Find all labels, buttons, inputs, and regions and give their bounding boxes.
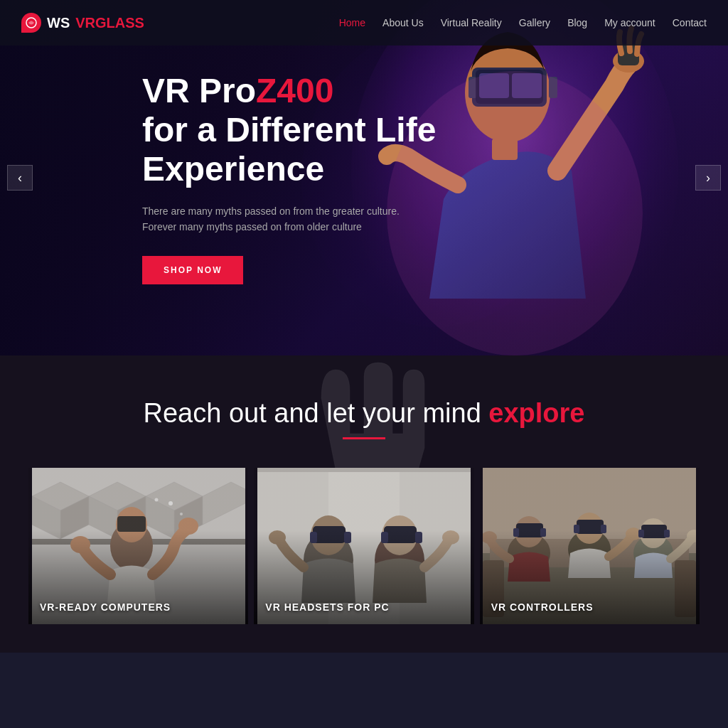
header: WS VRGLASS Home About Us Virtual Reality… <box>0 0 728 46</box>
hero-title-highlight: Z400 <box>256 72 333 109</box>
logo-icon <box>21 13 41 33</box>
nav-account[interactable]: My account <box>604 17 655 28</box>
hero-subtitle: There are many myths passed on from the … <box>142 203 412 235</box>
category-cards: VR-READY COMPUTERS <box>28 468 700 624</box>
card-2-label: VR HEADSETS FOR PC <box>265 601 389 613</box>
hero-section: VR ProZ400 for a Different Life Experien… <box>0 0 728 355</box>
logo-brand: VRGLASS <box>75 15 144 31</box>
hero-content: VR ProZ400 for a Different Life Experien… <box>142 71 498 284</box>
card-3-label: VR CONTROLLERS <box>491 601 594 613</box>
explore-title-text: Reach out and let your mind <box>143 398 481 428</box>
explore-underline-decoration <box>343 437 385 439</box>
card-vr-headsets[interactable]: VR HEADSETS FOR PC <box>254 468 473 624</box>
nav-vr[interactable]: Virtual Reality <box>441 17 502 28</box>
logo[interactable]: WS VRGLASS <box>21 13 144 33</box>
carousel-prev-button[interactable]: ‹ <box>7 165 33 191</box>
card-3-overlay <box>480 468 700 624</box>
card-1-label: VR-READY COMPUTERS <box>40 601 171 613</box>
card-vr-controllers[interactable]: VR CONTROLLERS <box>480 468 700 624</box>
nav-about[interactable]: About Us <box>382 17 424 28</box>
main-nav: Home About Us Virtual Reality Gallery Bl… <box>339 17 707 28</box>
shop-now-button[interactable]: SHOP NOW <box>142 256 243 284</box>
explore-highlight: explore <box>488 398 584 428</box>
card-2-overlay <box>254 468 473 624</box>
explore-title: Reach out and let your mind explore <box>28 398 700 429</box>
carousel-next-button[interactable]: › <box>695 165 721 191</box>
hero-title: VR ProZ400 for a Different Life Experien… <box>142 71 498 189</box>
hero-title-part2: for a Different Life Experience <box>142 111 436 188</box>
explore-section: Reach out and let your mind explore <box>0 355 728 653</box>
nav-home[interactable]: Home <box>339 17 365 28</box>
card-vr-computers[interactable]: VR-READY COMPUTERS <box>28 468 248 624</box>
hero-title-part1: VR Pro <box>142 72 256 109</box>
card-1-overlay <box>28 468 248 624</box>
nav-contact[interactable]: Contact <box>673 17 707 28</box>
nav-gallery[interactable]: Gallery <box>519 17 550 28</box>
nav-blog[interactable]: Blog <box>567 17 587 28</box>
logo-ws: WS <box>47 15 70 31</box>
